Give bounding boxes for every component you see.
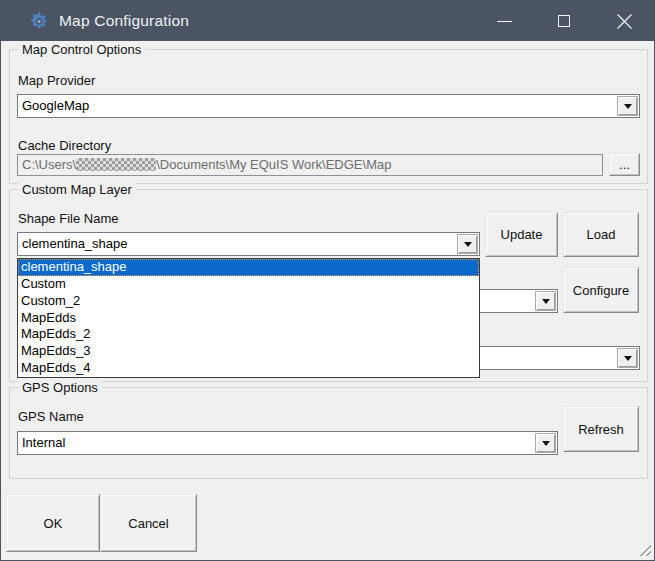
dropdown-option-mapedds[interactable]: MapEdds [18, 310, 479, 327]
close-button[interactable] [594, 1, 654, 41]
configure-button-label: Configure [573, 283, 629, 298]
group-title-custom-map-layer: Custom Map Layer [18, 182, 136, 197]
dropdown-option-clementina-shape[interactable]: clementina_shape [18, 259, 479, 276]
shape-file-dropdown-button[interactable] [457, 234, 478, 254]
refresh-button-label: Refresh [578, 422, 624, 437]
chevron-down-icon [464, 242, 472, 247]
minimize-button[interactable] [474, 1, 534, 41]
shape-file-dropdown-list: clementina_shape Custom Custom_2 MapEdds… [17, 258, 480, 378]
window-title: Map Configuration [59, 12, 189, 30]
gear-icon [30, 12, 49, 31]
dropdown-option-mapedds-4[interactable]: MapEdds_4 [18, 360, 479, 377]
dropdown-option-custom-2[interactable]: Custom_2 [18, 293, 479, 310]
shape-file-select[interactable]: clementina_shape [17, 232, 480, 256]
update-button[interactable]: Update [485, 212, 558, 257]
resize-grip[interactable] [637, 542, 651, 556]
load-button[interactable]: Load [563, 212, 639, 257]
cache-directory-field: C:\Users\\Documents\My EQuIS Work\EDGE\M… [17, 154, 603, 176]
group-title-gps-options: GPS Options [18, 380, 102, 395]
cache-directory-label: Cache Directory [18, 138, 111, 153]
caption-buttons [474, 1, 654, 41]
cancel-button[interactable]: Cancel [100, 494, 197, 552]
minimize-icon [497, 21, 512, 22]
cancel-button-label: Cancel [128, 516, 168, 531]
gps-name-dropdown-button[interactable] [535, 433, 556, 453]
map-provider-select[interactable]: GoogleMap [17, 94, 640, 118]
configure-button[interactable]: Configure [563, 267, 639, 313]
cache-path-prefix: C:\Users\ [22, 157, 76, 172]
load-button-label: Load [587, 227, 616, 242]
gps-name-select[interactable]: Internal [17, 431, 558, 455]
cache-path-suffix: \Documents\My EQuIS Work\EDGE\Map [156, 157, 391, 172]
tertiary-dropdown-button[interactable] [617, 348, 638, 368]
group-title-map-control-options: Map Control Options [18, 42, 145, 57]
chevron-down-icon [542, 441, 550, 446]
close-icon [616, 13, 633, 30]
map-provider-value: GoogleMap [22, 95, 615, 117]
dropdown-option-custom[interactable]: Custom [18, 276, 479, 293]
redacted-username-block [76, 158, 156, 171]
shape-file-value: clementina_shape [22, 233, 455, 255]
chevron-down-icon [624, 356, 632, 361]
custom-map-layer-group: Custom Map Layer Shape File Name clement… [9, 189, 648, 382]
maximize-button[interactable] [534, 1, 594, 41]
map-provider-dropdown-button[interactable] [617, 96, 638, 116]
gps-name-value: Internal [22, 432, 533, 454]
browse-button[interactable]: ... [609, 153, 640, 176]
chevron-down-icon [542, 299, 550, 304]
map-control-options-group: Map Control Options Map Provider GoogleM… [9, 49, 648, 184]
title-bar: Map Configuration [1, 1, 654, 41]
browse-button-label: ... [619, 157, 630, 172]
map-configuration-window: Map Configuration Map Control Options Ma… [0, 0, 655, 561]
gps-options-group: GPS Options GPS Name Internal Refresh [9, 387, 648, 479]
secondary-dropdown-button[interactable] [535, 291, 556, 311]
dropdown-option-mapedds-3[interactable]: MapEdds_3 [18, 343, 479, 360]
ok-button[interactable]: OK [6, 494, 100, 552]
refresh-button[interactable]: Refresh [563, 406, 639, 452]
chevron-down-icon [624, 104, 632, 109]
ok-button-label: OK [44, 516, 63, 531]
gps-name-label: GPS Name [18, 409, 84, 424]
update-button-label: Update [501, 227, 543, 242]
map-provider-label: Map Provider [18, 73, 95, 88]
dropdown-option-mapedds-2[interactable]: MapEdds_2 [18, 326, 479, 343]
shape-file-name-label: Shape File Name [18, 211, 118, 226]
maximize-icon [558, 15, 570, 27]
